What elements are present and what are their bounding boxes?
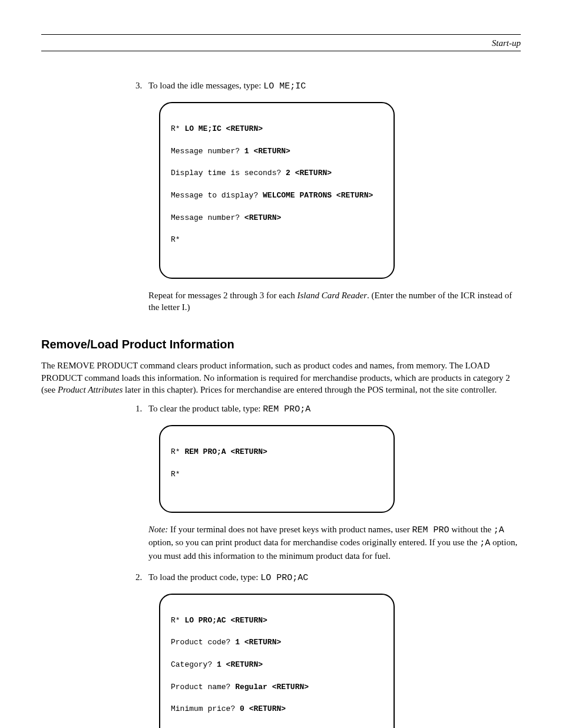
term-line: Display time is seconds? 2 <RETURN>: [171, 168, 383, 179]
header-right: Start-up: [41, 38, 521, 48]
prompt: Minimum price?: [171, 704, 240, 713]
step-text-a: To clear the product table, type:: [148, 404, 263, 413]
thin-rule: [41, 51, 521, 51]
prompt: R*: [171, 616, 184, 625]
prompt: R*: [171, 447, 184, 456]
term-line: Message number? <RETURN>: [171, 213, 383, 224]
step-text: To load the idle messages, type: LO ME;I…: [148, 81, 521, 91]
prompt: Message number?: [171, 213, 244, 222]
note-code2: ;A: [494, 525, 504, 535]
step-text-a: To load the idle messages, type:: [148, 81, 263, 90]
para-em: Product Attributes: [58, 385, 123, 394]
terminal-box-2: R* REM PRO;A <RETURN> R*: [159, 425, 395, 513]
step-text-a: To load the product code, type:: [148, 572, 260, 582]
cmd: <RETURN>: [244, 213, 281, 222]
note-label: Note:: [148, 525, 170, 534]
term-line: R*: [171, 235, 383, 246]
cmd: Regular <RETURN>: [235, 683, 309, 691]
cmd: LO ME;IC <RETURN>: [184, 124, 263, 133]
term-line: Product name? Regular <RETURN>: [171, 682, 383, 693]
term-line: R* LO ME;IC <RETURN>: [171, 124, 383, 135]
cmd: 0 <RETURN>: [240, 704, 286, 713]
term-line: Product code? 1 <RETURN>: [171, 637, 383, 648]
note-code: REM PRO: [412, 525, 449, 535]
step-2: 2. To load the product code, type: LO PR…: [135, 572, 521, 583]
prompt: Product name?: [171, 683, 235, 691]
cmd: 1 <RETURN>: [244, 147, 290, 156]
cmd: LO PRO;AC <RETURN>: [184, 616, 267, 625]
note-text-a: If your terminal does not have preset ke…: [170, 525, 412, 534]
note-para: Note: If your terminal does not have pre…: [148, 523, 521, 562]
post-box1-para: Repeat for messages 2 through 3 for each…: [148, 289, 521, 314]
cmd: WELCOME PATRONS <RETURN>: [263, 191, 373, 200]
text-a: Repeat for messages 2 through 3 for each: [148, 291, 297, 300]
prompt: R*: [171, 470, 180, 479]
prompt: Product code?: [171, 638, 235, 647]
cmd: 2 <RETURN>: [286, 169, 332, 177]
cmd: 1 <RETURN>: [235, 638, 281, 647]
term-line: Category? 1 <RETURN>: [171, 660, 383, 671]
step-number: 3.: [135, 81, 148, 91]
prompt: R*: [171, 124, 184, 133]
prompt: Message to display?: [171, 191, 263, 200]
step-text: To load the product code, type: LO PRO;A…: [148, 572, 521, 583]
note-text-b: without the: [449, 525, 493, 534]
page: Start-up 3. To load the idle messages, t…: [0, 0, 562, 728]
terminal-box-3: R* LO PRO;AC <RETURN> Product code? 1 <R…: [159, 594, 395, 728]
step-number: 2.: [135, 572, 148, 582]
note-code3: ;A: [480, 538, 490, 548]
term-line: Message number? 1 <RETURN>: [171, 146, 383, 157]
cmd: REM PRO;A <RETURN>: [184, 447, 267, 456]
term-line: Minimum price? 0 <RETURN>: [171, 704, 383, 715]
section-para: The REMOVE PRODUCT command clears produc…: [41, 360, 521, 396]
prompt: R*: [171, 235, 180, 244]
para-b: later in this chapter). Prices for merch…: [123, 385, 497, 394]
term-line: R*: [171, 469, 383, 480]
step-cmd: REM PRO;A: [263, 404, 310, 414]
step-number: 1.: [135, 404, 148, 414]
note-text-c: option, so you can print product data fo…: [148, 538, 480, 547]
step-text: To clear the product table, type: REM PR…: [148, 404, 521, 414]
step-1: 1. To clear the product table, type: REM…: [135, 404, 521, 414]
prompt: Category?: [171, 660, 217, 669]
text-em: Island Card Reader: [297, 291, 367, 300]
cmd: 1 <RETURN>: [217, 660, 263, 669]
step-3: 3. To load the idle messages, type: LO M…: [135, 81, 521, 91]
top-rule: [41, 34, 521, 35]
prompt: Display time is seconds?: [171, 169, 286, 177]
step-cmd: LO ME;IC: [263, 81, 306, 91]
step-cmd: LO PRO;AC: [260, 573, 308, 583]
term-line: Message to display? WELCOME PATRONS <RET…: [171, 190, 383, 202]
prompt: Message number?: [171, 147, 244, 156]
term-line: R* REM PRO;A <RETURN>: [171, 447, 383, 458]
terminal-box-1: R* LO ME;IC <RETURN> Message number? 1 <…: [159, 102, 395, 279]
section-heading: Remove/Load Product Information: [41, 338, 521, 351]
term-line: R* LO PRO;AC <RETURN>: [171, 615, 383, 627]
